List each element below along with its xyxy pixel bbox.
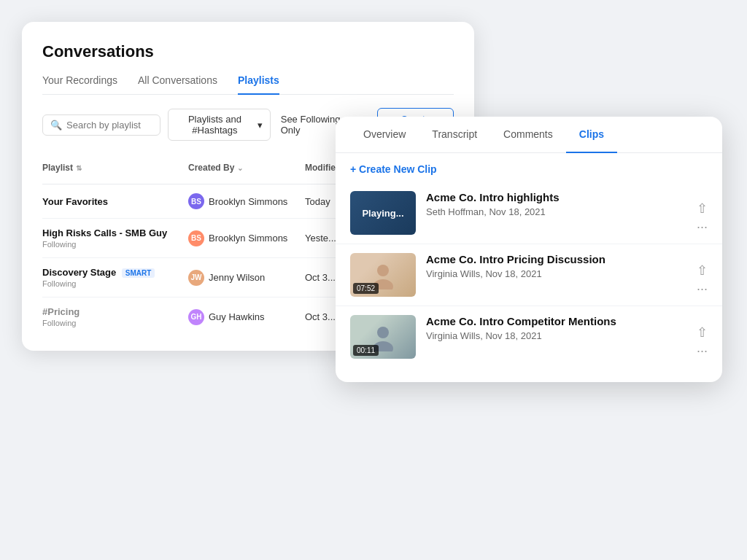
search-box[interactable]: 🔍 [42,114,160,136]
tab-clips[interactable]: Clips [566,117,617,153]
playlist-cell: Your Favorites [42,196,188,207]
clip-item[interactable]: 07:52 Acme Co. Intro Pricing Discussion … [336,244,722,306]
avatar: GH [188,309,204,325]
created-by-cell: JW Jenny Wilson [188,270,305,286]
playing-label: Playing... [362,208,403,219]
creator-name: Brooklyn Simmons [209,233,287,244]
filter-label: Playlists and #Hashtags [176,114,254,136]
playlist-sub: Following [42,240,188,249]
playlist-cell: High Risks Calls - SMB Guy Following [42,228,188,249]
avatar: BS [188,193,204,209]
creator-name: Brooklyn Simmons [209,196,287,207]
playlist-name: Your Favorites [42,196,188,207]
tab-transcript[interactable]: Transcript [419,117,490,153]
tab-your-recordings[interactable]: Your Recordings [42,74,117,95]
smart-tag: SMART [122,268,155,278]
clip-actions: ⇧ ··· [697,262,708,297]
clip-meta: Seth Hoffman, Nov 18, 2021 [426,206,686,217]
main-tabs: Your Recordings All Conversations Playli… [42,74,454,95]
search-input[interactable] [66,120,152,131]
share-icon[interactable]: ⇧ [697,201,708,217]
clip-thumbnail: 07:52 [350,253,416,297]
avatar: JW [188,270,204,286]
svg-point-0 [377,265,389,276]
created-by-cell: GH Guy Hawkins [188,309,305,325]
search-icon: 🔍 [50,120,62,131]
playlist-sub: Following [42,279,188,288]
playlist-name: Discovery Stage SMART [42,267,188,278]
share-icon[interactable]: ⇧ [697,262,708,279]
detail-card: Overview Transcript Comments Clips + Cre… [336,117,722,382]
clip-title: Acme Co. Intro Pricing Discussion [426,253,686,265]
filter-button[interactable]: Playlists and #Hashtags ▾ [168,109,271,141]
clip-meta: Virginia Wills, Nov 18, 2021 [426,268,686,279]
clip-thumbnail: Playing... [350,191,416,235]
toggle-label: See Following Only [281,114,344,136]
duration-badge: 00:11 [353,345,379,356]
more-options-icon[interactable]: ··· [697,281,708,297]
tab-all-conversations[interactable]: All Conversations [138,74,217,95]
created-by-cell: BS Brooklyn Simmons [188,230,305,246]
playlist-cell: #Pricing Following [42,306,188,327]
more-options-icon[interactable]: ··· [697,343,708,359]
tab-overview[interactable]: Overview [350,117,419,153]
clip-info: Acme Co. Intro highlights Seth Hoffman, … [426,191,686,217]
playlist-sub: Following [42,319,188,327]
sort-icon: ⇅ [76,164,82,172]
avatar: BS [188,230,204,246]
card-title: Conversations [42,42,454,61]
playlist-name: #Pricing [42,306,188,317]
svg-point-2 [377,327,389,338]
share-icon[interactable]: ⇧ [697,324,708,341]
clip-info: Acme Co. Intro Competitor Mentions Virgi… [426,315,686,341]
playlist-cell: Discovery Stage SMART Following [42,267,188,288]
clip-meta: Virginia Wills, Nov 18, 2021 [426,330,686,341]
creator-name: Jenny Wilson [209,272,265,283]
sort-icon: ⌄ [237,164,243,172]
clip-item[interactable]: 00:11 Acme Co. Intro Competitor Mentions… [336,306,722,368]
tab-comments[interactable]: Comments [490,117,566,153]
clip-title: Acme Co. Intro Competitor Mentions [426,315,686,327]
more-options-icon[interactable]: ··· [697,219,708,235]
clip-title: Acme Co. Intro highlights [426,191,686,203]
chevron-down-icon: ▾ [258,120,263,131]
tab-playlists[interactable]: Playlists [238,74,279,95]
clip-item[interactable]: Playing... Acme Co. Intro highlights Set… [336,182,722,244]
playlist-name: High Risks Calls - SMB Guy [42,228,188,238]
duration-badge: 07:52 [353,283,379,294]
create-new-clip-button[interactable]: + Create New Clip [336,153,722,182]
detail-tabs: Overview Transcript Comments Clips [336,117,722,153]
clip-info: Acme Co. Intro Pricing Discussion Virgin… [426,253,686,279]
created-by-cell: BS Brooklyn Simmons [188,193,305,209]
creator-name: Guy Hawkins [209,311,265,322]
header-playlist: Playlist ⇅ [42,158,188,178]
clip-actions: ⇧ ··· [697,324,708,359]
clip-thumbnail: 00:11 [350,315,416,359]
header-created-by: Created By ⌄ [188,158,305,178]
clip-actions: ⇧ ··· [697,201,708,235]
